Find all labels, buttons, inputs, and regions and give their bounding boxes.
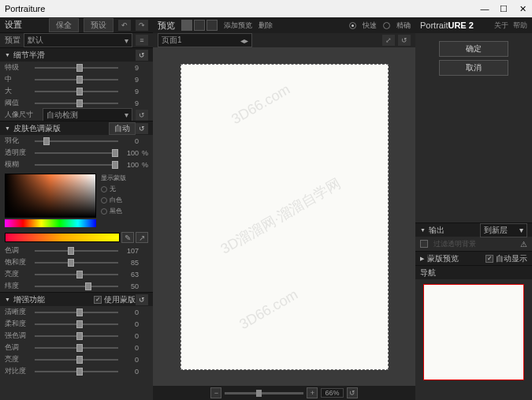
slider-label: 对比度 [5,366,32,376]
minimize-button[interactable]: — [480,4,489,13]
slider-label: 强色调 [5,331,32,341]
add-preview-button[interactable]: 添加预览 [224,21,252,31]
settings-panel: 设置 保全 预设 ↶ ↷ 预置 默认▾ ≡ ▼细节半滑 ↺ 特级 9 中 9 大… [0,17,153,400]
preview-header: 预览 [158,20,175,32]
preset-dropdown[interactable]: 默认▾ [24,33,132,47]
preview-panel: 预览 添加预览 删除 快速 精确 页面1◂▸ ⤢ ↺ 3D66.com [153,17,415,400]
right-panel: PortraitURE 2 关于 帮助 确定 取消 ▼输出 到新层▾ 过滤透明背… [415,17,532,400]
slider-track[interactable] [35,335,118,337]
mask-white-radio[interactable] [101,197,107,204]
mask-preview-section-header[interactable]: ▶蒙版预览 自动显示 [415,251,532,265]
fit-screen-icon[interactable]: ⤢ [382,35,395,46]
slider-track[interactable] [35,67,118,69]
slider-track[interactable] [35,103,118,104]
slider-track[interactable] [35,371,118,372]
zoom-out-button[interactable]: − [210,387,221,398]
save-preset-button[interactable]: 保全 [49,18,79,32]
slider-value: 9 [121,64,139,72]
preview-canvas[interactable]: 3D66.com 3D溜溜网·溜溜自学网 3D66.com [180,64,389,370]
slider-value: 50 [121,282,139,290]
mask-none-radio[interactable] [101,186,107,193]
slider-track[interactable] [35,347,118,349]
slider-label: 透明度 [5,148,32,158]
slider-track[interactable] [35,359,118,361]
zoom-in-button[interactable]: + [307,387,318,398]
slider-value: 85 [121,259,139,267]
enhance-section-header[interactable]: ▼增强功能 使用蒙版 ↺ [0,292,153,306]
ok-button[interactable]: 确定 [439,41,508,57]
view-split-v-button[interactable] [206,20,218,31]
mask-size-reset-icon[interactable]: ↺ [136,110,148,121]
output-checkbox[interactable] [420,240,428,248]
close-button[interactable]: ✕ [518,4,527,13]
undo-icon[interactable]: ↶ [118,20,131,31]
slider-value: 0 [121,368,139,376]
reset-skin-icon[interactable]: ↺ [136,123,148,134]
preview-reset-icon[interactable]: ↺ [398,35,411,46]
cancel-button[interactable]: 取消 [439,60,508,76]
auto-skin-button[interactable]: 自动 [109,122,136,135]
slider-value: 0 [121,356,139,364]
slider-track[interactable] [35,152,118,154]
slider-track[interactable] [35,274,118,275]
use-mask-checkbox[interactable] [94,296,102,304]
hue-strip[interactable] [5,219,96,227]
slider-label: 模糊 [5,159,32,170]
navigator-thumbnail[interactable] [423,284,524,380]
view-split-h-button[interactable] [194,20,205,31]
slider-value: 0 [121,344,139,352]
reset-enhance-icon[interactable]: ↺ [136,294,148,305]
slider-track[interactable] [35,262,118,264]
slider-track[interactable] [35,312,118,313]
help-link[interactable]: 帮助 [513,21,527,31]
eyedropper-add-icon[interactable]: ↗ [136,232,148,243]
zoom-value[interactable]: 66% [321,388,343,398]
slider-value: 9 [121,76,139,84]
slider-track[interactable] [35,91,118,92]
color-range-strip[interactable] [5,233,120,242]
preview-tab-dropdown[interactable]: 页面1◂▸ [158,33,252,47]
slider-label: 亮度 [5,354,32,364]
about-link[interactable]: 关于 [494,21,508,31]
slider-track[interactable] [35,250,118,252]
detail-section-header[interactable]: ▼细节半滑 ↺ [0,47,153,62]
slider-label: 亮度 [5,269,32,279]
zoom-slider[interactable] [225,392,303,394]
slider-value: 0 [121,320,139,328]
slider-track[interactable] [35,140,118,142]
output-mode-dropdown[interactable]: 到新层▾ [480,223,527,237]
slider-track[interactable] [35,79,118,80]
slider-value: 9 [121,88,139,95]
eyedropper-icon[interactable]: ✎ [121,232,134,243]
mask-size-dropdown[interactable]: 自动检测▾ [43,108,132,122]
slider-value: 0 [121,308,139,316]
quick-radio[interactable] [349,22,356,29]
auto-show-checkbox[interactable] [485,255,493,263]
color-gradient-box[interactable] [5,174,96,218]
preset-menu-icon[interactable]: ≡ [136,35,148,46]
nav-section-header[interactable]: 导航 [415,265,532,279]
skin-section-header[interactable]: ▼皮肤色调蒙版 自动 ↺ [0,121,153,135]
slider-track[interactable] [35,286,118,287]
show-mask-label: 显示蒙版 [101,174,126,182]
slider-label: 色调 [5,245,32,256]
reset-detail-icon[interactable]: ↺ [136,50,148,61]
slider-label: 阈值 [5,98,32,108]
slider-track[interactable] [35,164,118,166]
slider-label: 清晰度 [5,307,32,317]
chevron-down-icon: ▾ [125,110,128,119]
brand-label: PortraitURE 2 [420,21,474,30]
slider-label: 大 [5,86,32,96]
slider-value: 107 [121,247,139,255]
output-section-header[interactable]: ▼输出 到新层▾ [415,222,532,237]
view-single-button[interactable] [181,20,192,31]
slider-track[interactable] [35,323,118,325]
mask-black-radio[interactable] [101,208,107,215]
remove-preview-button[interactable]: 删除 [259,21,273,31]
precise-radio[interactable] [383,22,390,29]
redo-icon[interactable]: ↷ [136,20,148,31]
maximize-button[interactable]: ☐ [499,4,508,13]
preset-button[interactable]: 预设 [84,18,113,32]
zoom-reset-icon[interactable]: ↺ [347,387,358,398]
slider-label: 羽化 [5,136,32,146]
